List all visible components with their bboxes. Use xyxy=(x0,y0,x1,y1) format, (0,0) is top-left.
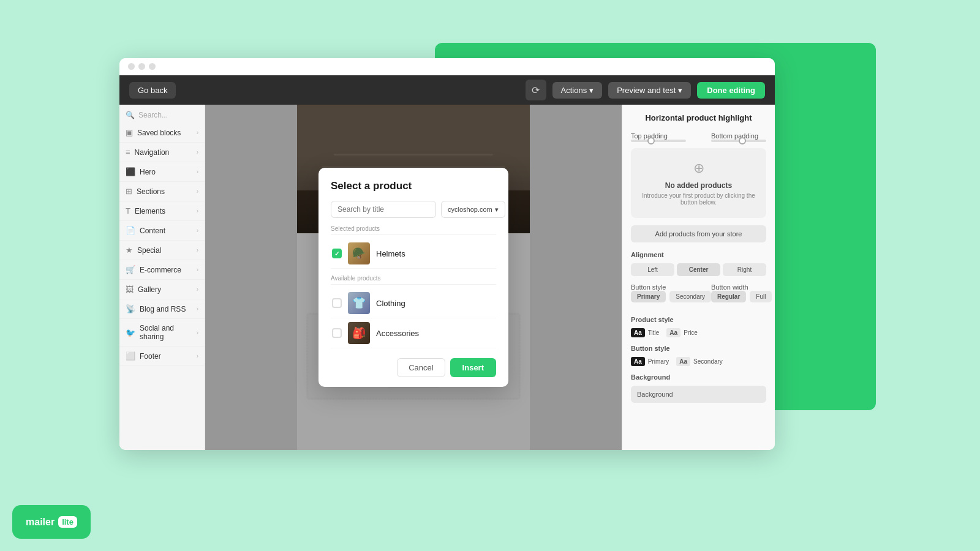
go-back-button[interactable]: Go back xyxy=(129,82,176,99)
align-left-button[interactable]: Left xyxy=(631,263,674,276)
modal-checkbox-clothing[interactable] xyxy=(332,298,342,308)
button-style-options: Primary Secondary xyxy=(631,291,711,302)
navigation-arrow: › xyxy=(197,149,198,156)
modal-product-helmets[interactable]: 🪖 Helmets xyxy=(331,239,496,269)
done-editing-button[interactable]: Done editing xyxy=(697,82,765,99)
sidebar-item-elements[interactable]: T Elements › xyxy=(119,201,205,221)
modal-product-accessories[interactable]: 🎒 Accessories xyxy=(331,318,496,348)
button-width-label: Button width xyxy=(711,283,772,291)
sidebar-item-sections-label: Sections xyxy=(137,187,192,196)
style-primary-button[interactable]: Primary xyxy=(631,291,666,302)
modal-selected-section-label: Selected products xyxy=(331,225,496,235)
navigation-icon: ≡ xyxy=(126,148,130,157)
title-bar xyxy=(119,58,775,75)
sections-icon: ⊞ xyxy=(126,187,132,196)
blog-rss-arrow: › xyxy=(197,305,198,312)
sidebar-item-social-sharing[interactable]: 🐦 Social and sharing › xyxy=(119,319,205,347)
product-style-section-label: Product style xyxy=(631,316,766,323)
elements-arrow: › xyxy=(197,208,198,214)
background-option[interactable]: Background xyxy=(631,386,766,403)
main-toolbar: Go back ⟳ Actions ▾ Preview and test ▾ D… xyxy=(119,75,775,105)
button-style-label: Button style xyxy=(631,283,711,291)
sidebar-item-special-label: Special xyxy=(137,246,192,255)
sidebar-item-navigation-label: Navigation xyxy=(135,148,192,157)
button-style2-options: Aa Primary Aa Secondary xyxy=(631,357,766,366)
canvas-area: UNFORC Discover beautifully crafted our … xyxy=(205,105,622,450)
search-icon: 🔍 xyxy=(126,111,135,119)
button-width-group: Button width Regular Full xyxy=(711,283,772,310)
history-button[interactable]: ⟳ xyxy=(526,80,546,100)
sidebar-item-footer-label: Footer xyxy=(140,352,192,361)
bottom-padding-slider[interactable] xyxy=(711,140,766,142)
modal-product-clothing[interactable]: 👕 Clothing xyxy=(331,288,496,318)
align-right-button[interactable]: Right xyxy=(723,263,766,276)
sidebar-item-blog-rss-label: Blog and RSS xyxy=(140,305,192,313)
mailerlite-text: mailer xyxy=(26,517,55,528)
sidebar-item-social-sharing-label: Social and sharing xyxy=(140,324,192,341)
hero-icon: ⬛ xyxy=(126,167,135,176)
saved-blocks-icon: ▣ xyxy=(126,128,133,137)
top-padding-thumb[interactable] xyxy=(647,137,655,144)
social-sharing-icon: 🐦 xyxy=(126,328,135,337)
modal-search-input[interactable] xyxy=(331,201,436,218)
product-style-title: Aa Title xyxy=(631,328,659,337)
width-regular-button[interactable]: Regular xyxy=(711,291,746,302)
sidebar-item-sections[interactable]: ⊞ Sections › xyxy=(119,182,205,201)
product-style-options: Aa Title Aa Price xyxy=(631,328,766,337)
add-products-button[interactable]: Add products from your store xyxy=(631,225,766,242)
modal-insert-button[interactable]: Insert xyxy=(450,358,496,377)
alignment-section-label: Alignment xyxy=(631,251,766,258)
sidebar-item-saved-blocks[interactable]: ▣ Saved blocks › xyxy=(119,123,205,143)
alignment-buttons: Left Center Right xyxy=(631,263,766,276)
modal-product-img-helmets: 🪖 xyxy=(348,242,370,264)
modal-footer: Cancel Insert xyxy=(331,358,496,377)
sidebar-item-blog-rss[interactable]: 📡 Blog and RSS › xyxy=(119,299,205,319)
panel-top-padding-label: Top padding xyxy=(631,132,686,140)
width-full-button[interactable]: Full xyxy=(750,291,772,302)
sidebar-item-hero-label: Hero xyxy=(140,168,192,176)
maximize-dot xyxy=(149,63,156,70)
ecommerce-icon: 🛒 xyxy=(126,265,135,274)
sidebar-item-ecommerce[interactable]: 🛒 E-commerce › xyxy=(119,260,205,280)
modal-cancel-button[interactable]: Cancel xyxy=(397,358,445,377)
button-style-secondary: Aa Secondary xyxy=(676,357,723,366)
modal-store-selector[interactable]: cycloshop.com ▾ xyxy=(441,201,505,218)
panel-padding-row: Top padding Bottom padding xyxy=(631,132,766,142)
panel-title: Horizontal product highlight xyxy=(631,113,766,122)
sidebar-item-content[interactable]: 📄 Content › xyxy=(119,221,205,241)
sidebar-item-navigation[interactable]: ≡ Navigation › xyxy=(119,143,205,162)
modal-product-img-accessories: 🎒 xyxy=(348,322,370,344)
modal-checkbox-accessories[interactable] xyxy=(332,328,342,338)
mailerlite-logo: mailer lite xyxy=(12,505,91,539)
no-products-title: No added products xyxy=(637,181,760,190)
product-style-title-label: Title xyxy=(648,329,660,336)
actions-button[interactable]: Actions ▾ xyxy=(552,82,603,99)
modal-overlay: Select a product cycloshop.com ▾ Selecte… xyxy=(205,105,622,450)
modal-store-chevron: ▾ xyxy=(495,206,499,214)
browser-window: Go back ⟳ Actions ▾ Preview and test ▾ D… xyxy=(119,58,775,450)
sidebar-item-special[interactable]: ★ Special › xyxy=(119,241,205,260)
sidebar-item-content-label: Content xyxy=(140,227,192,235)
sidebar-item-gallery[interactable]: 🖼 Gallery › xyxy=(119,280,205,299)
bottom-padding-thumb[interactable] xyxy=(739,137,746,144)
footer-arrow: › xyxy=(197,353,198,359)
sidebar-item-footer[interactable]: ⬜ Footer › xyxy=(119,347,205,366)
sidebar-search-row: 🔍 Search... xyxy=(119,105,205,123)
product-style-price: Aa Price xyxy=(666,328,698,337)
content-icon: 📄 xyxy=(126,226,135,235)
hero-arrow: › xyxy=(197,168,198,175)
preview-label: Preview and test xyxy=(617,86,676,95)
sidebar-item-hero[interactable]: ⬛ Hero › xyxy=(119,162,205,182)
sidebar-item-ecommerce-label: E-commerce xyxy=(140,266,192,274)
background-section-label: Background xyxy=(631,373,766,381)
preview-test-button[interactable]: Preview and test ▾ xyxy=(608,82,691,99)
no-products-desc: Introduce your first product by clicking… xyxy=(637,192,760,206)
saved-blocks-arrow: › xyxy=(197,129,198,136)
top-padding-slider[interactable] xyxy=(631,140,686,142)
align-center-button[interactable]: Center xyxy=(677,263,720,276)
aa-badge-title: Aa xyxy=(631,328,645,337)
sidebar: 🔍 Search... ▣ Saved blocks › ≡ Navigatio… xyxy=(119,105,205,450)
aa-badge-price: Aa xyxy=(666,328,680,337)
style-secondary-button[interactable]: Secondary xyxy=(669,291,711,302)
modal-checkbox-helmets[interactable] xyxy=(332,249,342,258)
